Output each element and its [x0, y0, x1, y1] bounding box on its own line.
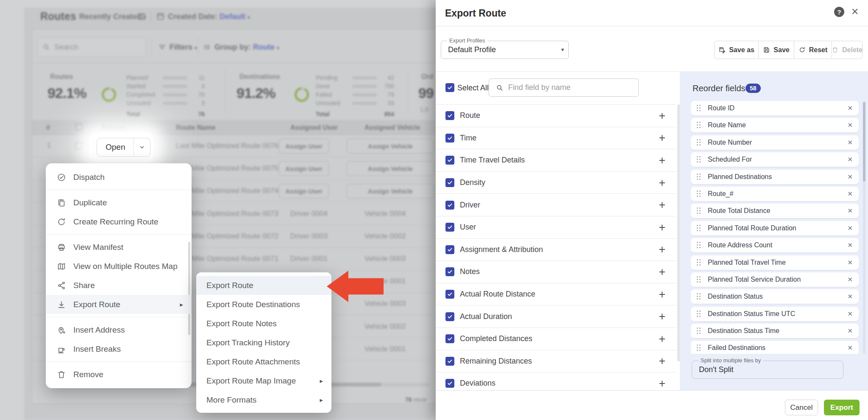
- reorder-field-card[interactable]: Route ID✕: [691, 101, 859, 115]
- reorder-field-card[interactable]: Destination Status✕: [691, 289, 859, 304]
- drag-handle-icon[interactable]: [697, 311, 701, 317]
- expand-plus-icon[interactable]: +: [659, 134, 665, 142]
- expand-plus-icon[interactable]: +: [659, 290, 665, 299]
- cancel-button[interactable]: Cancel: [785, 400, 818, 415]
- reorder-field-card[interactable]: Destination Status Time UTC✕: [691, 307, 859, 321]
- menu-item-duplicate[interactable]: Duplicate: [46, 193, 192, 212]
- menu-item-export-route[interactable]: Export Route▸: [46, 295, 192, 314]
- remove-field-icon[interactable]: ✕: [847, 190, 853, 198]
- assign-user-button[interactable]: Assign User: [279, 139, 329, 154]
- drag-handle-icon[interactable]: [697, 259, 701, 266]
- expand-plus-icon[interactable]: +: [659, 156, 665, 165]
- assign-vehicle-button[interactable]: Assign Vehicle: [347, 161, 434, 176]
- expand-plus-icon[interactable]: +: [659, 112, 665, 120]
- group-by-dropdown[interactable]: Group by: Route ▾: [214, 43, 279, 52]
- group-checkbox[interactable]: [445, 379, 454, 388]
- submenu-item-export-route-map-image[interactable]: Export Route Map Image▸: [196, 371, 331, 390]
- chevron-down-icon[interactable]: [134, 138, 150, 156]
- expand-plus-icon[interactable]: +: [659, 357, 665, 365]
- drag-handle-icon[interactable]: [697, 293, 701, 300]
- group-checkbox[interactable]: [445, 134, 454, 143]
- expand-plus-icon[interactable]: +: [659, 379, 665, 388]
- select-all-checkbox[interactable]: [445, 83, 454, 92]
- expand-plus-icon[interactable]: +: [659, 245, 665, 254]
- group-checkbox[interactable]: [445, 111, 454, 120]
- reorder-field-card[interactable]: Planned Total Service Duration✕: [691, 272, 859, 287]
- reorder-field-card[interactable]: Planned Total Travel Time✕: [691, 255, 859, 270]
- menu-item-remove[interactable]: Remove: [46, 365, 192, 384]
- group-checkbox[interactable]: [445, 178, 454, 187]
- drag-handle-icon[interactable]: [697, 105, 701, 112]
- assign-user-button[interactable]: Assign User: [279, 184, 329, 199]
- group-checkbox[interactable]: [445, 290, 454, 299]
- group-checkbox[interactable]: [445, 357, 454, 366]
- expand-plus-icon[interactable]: +: [659, 268, 665, 276]
- reorder-field-card[interactable]: Planned Destinations✕: [691, 170, 859, 184]
- drag-handle-icon[interactable]: [697, 225, 701, 232]
- remove-field-icon[interactable]: ✕: [847, 104, 853, 112]
- submenu-item-export-route-notes[interactable]: Export Route Notes: [196, 314, 331, 333]
- assign-user-button[interactable]: Assign User: [279, 161, 329, 176]
- remove-field-icon[interactable]: ✕: [847, 121, 853, 129]
- menu-item-view-manifest[interactable]: View Manifest: [46, 238, 192, 257]
- drag-handle-icon[interactable]: [697, 156, 701, 163]
- submenu-item-export-tracking-history[interactable]: Export Tracking History: [196, 333, 331, 352]
- reorder-field-card[interactable]: Route Total Distance✕: [691, 204, 859, 218]
- drag-handle-icon[interactable]: [697, 328, 701, 334]
- submenu-item-export-route[interactable]: Export Route: [196, 276, 331, 295]
- open-button-label[interactable]: Open: [97, 138, 134, 156]
- drag-handle-icon[interactable]: [697, 190, 701, 197]
- reorder-field-card[interactable]: Route Number✕: [691, 135, 859, 150]
- save-button[interactable]: Save: [759, 41, 794, 59]
- reorder-field-card[interactable]: Failed Destinations✕: [691, 341, 859, 354]
- group-checkbox[interactable]: [445, 201, 454, 210]
- menu-item-dispatch[interactable]: Dispatch: [46, 168, 192, 187]
- panel-scrollbar-thumb[interactable]: [863, 102, 865, 182]
- help-icon[interactable]: ?: [834, 7, 844, 17]
- drag-handle-icon[interactable]: [697, 139, 701, 146]
- row-checkbox[interactable]: [75, 142, 83, 149]
- reset-button[interactable]: Reset: [794, 41, 832, 59]
- reorder-field-card[interactable]: Scheduled For✕: [691, 152, 859, 167]
- open-split-button[interactable]: Open: [97, 138, 150, 157]
- remove-field-icon[interactable]: ✕: [847, 224, 853, 232]
- remove-field-icon[interactable]: ✕: [847, 241, 853, 249]
- filters-button[interactable]: Filters ▾: [170, 43, 197, 52]
- assign-vehicle-button[interactable]: Assign Vehicle: [347, 139, 434, 154]
- created-date-filter[interactable]: Created Date: Default ▾: [168, 12, 250, 21]
- export-button[interactable]: Export: [824, 400, 860, 415]
- reorder-field-card[interactable]: Route Address Count✕: [691, 238, 859, 252]
- expand-plus-icon[interactable]: +: [659, 201, 665, 209]
- drag-handle-icon[interactable]: [697, 276, 701, 283]
- reorder-field-card[interactable]: Route_#✕: [691, 187, 859, 201]
- expand-plus-icon[interactable]: +: [659, 335, 665, 343]
- group-checkbox[interactable]: [445, 156, 454, 165]
- search-input[interactable]: [37, 37, 147, 57]
- remove-field-icon[interactable]: ✕: [847, 139, 853, 146]
- sort-dropdown[interactable]: Recently Created ▾: [79, 12, 146, 21]
- reorder-field-card[interactable]: Destination Status Time✕: [691, 324, 859, 338]
- route-name[interactable]: Last Mile Optimized Route 0076: [176, 142, 278, 150]
- group-checkbox[interactable]: [445, 245, 454, 254]
- remove-field-icon[interactable]: ✕: [847, 293, 853, 300]
- submenu-item-more-formats[interactable]: More Formats▸: [196, 390, 331, 409]
- group-checkbox[interactable]: [445, 334, 454, 343]
- submenu-item-export-route-attachments[interactable]: Export Route Attachments: [196, 352, 331, 371]
- assign-vehicle-button[interactable]: Assign Vehicle: [347, 184, 434, 199]
- expand-plus-icon[interactable]: +: [659, 312, 665, 321]
- menu-item-share[interactable]: Share: [46, 276, 192, 295]
- menu-item-view-on-multiple-routes-map[interactable]: View on Multiple Routes Map: [46, 257, 192, 276]
- manage-columns-icon[interactable]: [137, 12, 146, 21]
- remove-field-icon[interactable]: ✕: [847, 310, 853, 318]
- expand-plus-icon[interactable]: +: [659, 223, 665, 232]
- remove-field-icon[interactable]: ✕: [847, 276, 853, 283]
- drag-handle-icon[interactable]: [697, 122, 701, 129]
- close-icon[interactable]: ✕: [851, 6, 859, 18]
- reorder-field-card[interactable]: Planned Total Route Duration✕: [691, 221, 859, 235]
- remove-field-icon[interactable]: ✕: [847, 344, 853, 352]
- remove-field-icon[interactable]: ✕: [847, 156, 853, 163]
- drag-handle-icon[interactable]: [697, 174, 701, 180]
- group-checkbox[interactable]: [445, 312, 454, 321]
- delete-button[interactable]: Delete: [832, 41, 862, 59]
- menu-item-insert-address[interactable]: Insert Address: [46, 320, 192, 339]
